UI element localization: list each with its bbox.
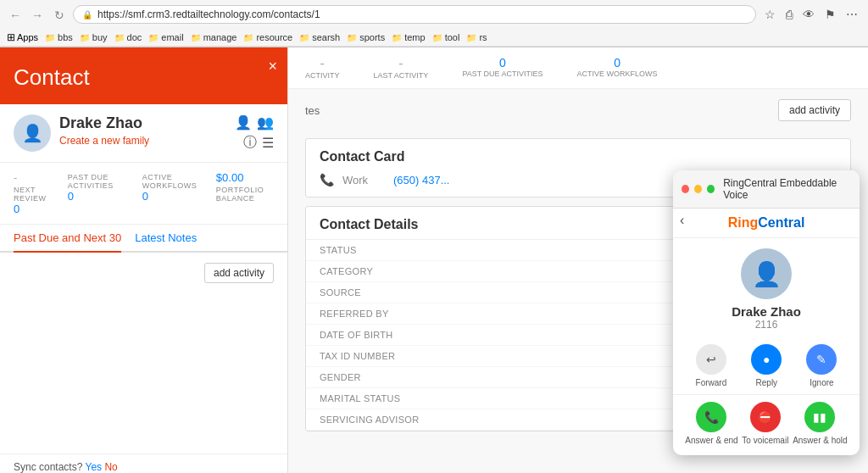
rc-maximize-dot[interactable] xyxy=(707,185,715,193)
referred-by-label: REFERRED BY xyxy=(320,309,438,319)
rc-window-title: RingCentral Embeddable Voice xyxy=(723,177,851,201)
active-workflows-stat: ACTIVE WORKFLOWS 0 xyxy=(142,171,199,215)
info-icon-button[interactable]: ⓘ xyxy=(243,134,257,152)
main-stats: - NEXT REVIEW 0 PAST DUE ACTIVITIES 0 AC… xyxy=(0,163,287,224)
bookmark-bbs[interactable]: 📁bbs xyxy=(45,32,73,42)
last-activity-label: LAST ACTIVITY xyxy=(374,71,429,80)
rc-close-dot[interactable] xyxy=(682,185,689,193)
portfolio-label: PORTFOLIO BALANCE xyxy=(216,186,274,203)
source-label: SOURCE xyxy=(320,287,438,298)
folder-icon: 📁 xyxy=(432,33,442,42)
bookmark-doc[interactable]: 📁doc xyxy=(114,32,142,42)
bookmarks-bar: ⊞ Apps 📁bbs 📁buy 📁doc 📁email 📁manage 📁re… xyxy=(0,29,868,47)
rc-answer-hold-button[interactable]: ▮▮ xyxy=(804,402,835,432)
forward-button[interactable]: → xyxy=(29,8,46,20)
back-button[interactable]: ← xyxy=(7,8,24,20)
rc-minimize-dot[interactable] xyxy=(694,185,702,193)
phone-label: Work xyxy=(342,174,385,186)
rc-answer-hold-action[interactable]: ▮▮ Answer & hold xyxy=(793,402,847,445)
create-family-link[interactable]: Create a new family xyxy=(59,135,149,147)
phone-number[interactable]: (650) 437... xyxy=(393,174,450,186)
tax-label: TAX ID NUMBER xyxy=(320,351,438,361)
apps-label: Apps xyxy=(17,32,38,42)
rc-ignore-action[interactable]: ✎ Ignore xyxy=(806,344,837,387)
contact-action-row-1: 👤 👥 xyxy=(235,114,274,131)
rc-voicemail-button[interactable]: ⛔ xyxy=(750,402,781,432)
bookmark-tool[interactable]: 📁tool xyxy=(432,32,460,42)
bookmark-searsh[interactable]: 📁searsh xyxy=(299,32,340,42)
past-due-label: PAST DUE ACTIVITIES xyxy=(68,173,125,190)
rc-voicemail-label: To voicemail xyxy=(742,436,788,445)
url-text: https://smf.crm3.redtailtechnology.com/c… xyxy=(97,8,320,20)
bookmark-buy[interactable]: 📁buy xyxy=(80,32,108,42)
reload-button[interactable]: ↻ xyxy=(51,8,68,20)
rc-answer-end-button[interactable]: 📞 xyxy=(696,402,726,432)
eye-button[interactable]: 👁 xyxy=(799,6,818,23)
workflows-main-label: ACTIVE WORKFLOWS xyxy=(577,70,658,78)
workflows-main-stat: 0 ACTIVE WORKFLOWS xyxy=(577,56,658,80)
rc-answer-end-action[interactable]: 📞 Answer & end xyxy=(685,402,737,445)
person-icon-button[interactable]: 👤 xyxy=(235,114,252,131)
marital-label: MARITAL STATUS xyxy=(320,393,438,403)
rc-caller-name: Drake Zhao xyxy=(732,304,801,319)
sync-yes-link[interactable]: Yes xyxy=(86,461,103,473)
rc-reply-button[interactable]: ● xyxy=(751,344,782,375)
contact-action-row-2: ⓘ ☰ xyxy=(243,134,274,152)
rc-caller-number: 2116 xyxy=(755,319,778,331)
close-button[interactable]: × xyxy=(268,58,277,75)
activity-dash: - xyxy=(320,56,325,71)
tab-latest-notes[interactable]: Latest Notes xyxy=(135,225,197,253)
rc-answer-hold-label: Answer & hold xyxy=(793,436,847,445)
next-review-value: - xyxy=(14,171,51,184)
flag-button[interactable]: ⚑ xyxy=(821,6,839,23)
gender-label: GENDER xyxy=(320,372,438,382)
bookmark-temp[interactable]: 📁temp xyxy=(392,32,425,42)
lock-icon: 🔒 xyxy=(82,10,92,19)
layers-icon-button[interactable]: ☰ xyxy=(262,134,274,152)
tab-past-due[interactable]: Past Due and Next 30 xyxy=(14,225,121,253)
browser-toolbar: ← → ↻ 🔒 https://smf.crm3.redtailtechnolo… xyxy=(0,0,868,29)
rc-reply-action[interactable]: ● Reply xyxy=(751,344,782,387)
contact-info-actions: 👤 👥 ⓘ ☰ xyxy=(235,114,274,152)
address-bar[interactable]: 🔒 https://smf.crm3.redtailtechnology.com… xyxy=(73,5,756,24)
bookmark-rs[interactable]: 📁rs xyxy=(466,32,487,42)
rc-back-button[interactable]: ‹ xyxy=(680,213,684,228)
rc-forward-button[interactable]: ↩ xyxy=(696,344,726,375)
activity-stat: - ACTIVITY xyxy=(305,56,340,80)
activity-label: ACTIVITY xyxy=(305,71,340,80)
share-button[interactable]: ⎙ xyxy=(782,6,796,23)
rc-logo-text: RingCentral xyxy=(680,215,853,231)
rc-reply-label: Reply xyxy=(756,378,778,387)
add-activity-main-button[interactable]: add activity xyxy=(778,99,851,121)
menu-button[interactable]: ⋯ xyxy=(843,6,861,23)
rc-ignore-button[interactable]: ✎ xyxy=(806,344,837,375)
contact-header: Contact × xyxy=(0,47,287,104)
bookmark-manage[interactable]: 📁manage xyxy=(191,32,237,42)
category-label: CATEGORY xyxy=(320,266,438,276)
add-activity-panel-button[interactable]: add activity xyxy=(204,263,274,283)
folder-icon: 📁 xyxy=(114,33,125,42)
portfolio-value: $0.00 xyxy=(216,171,274,184)
rc-forward-action[interactable]: ↩ Forward xyxy=(696,344,727,387)
folder-icon: 📁 xyxy=(191,33,201,42)
apps-button[interactable]: ⊞ Apps xyxy=(7,31,38,43)
rc-ignore-label: Ignore xyxy=(810,378,833,387)
active-workflows-label: ACTIVE WORKFLOWS xyxy=(142,173,199,190)
contact-panel: Contact × 👤 Drake Zhao Create a new fami… xyxy=(0,47,288,473)
bookmark-sports[interactable]: 📁sports xyxy=(347,32,385,42)
avatar: 👤 xyxy=(14,114,51,152)
contacts-icon-button[interactable]: 👥 xyxy=(257,114,274,131)
sync-no-link[interactable]: No xyxy=(104,461,117,473)
bookmark-resource[interactable]: 📁resource xyxy=(243,32,292,42)
past-due-main-stat: 0 PAST DUE ACTIVITIES xyxy=(462,56,542,80)
activities-label: tes xyxy=(305,104,320,117)
contact-card-title: Contact Card xyxy=(320,149,837,164)
sync-label: Sync contacts? xyxy=(14,461,82,473)
rc-voicemail-action[interactable]: ⛔ To voicemail xyxy=(742,402,788,445)
bookmark-email[interactable]: 📁email xyxy=(148,32,183,42)
panel-content: add activity xyxy=(0,253,287,454)
next-review-label: NEXT REVIEW xyxy=(14,186,51,203)
star-button[interactable]: ☆ xyxy=(761,6,779,23)
contact-info: 👤 Drake Zhao Create a new family 👤 👥 ⓘ ☰ xyxy=(0,104,287,163)
next-review-num: 0 xyxy=(14,203,51,215)
